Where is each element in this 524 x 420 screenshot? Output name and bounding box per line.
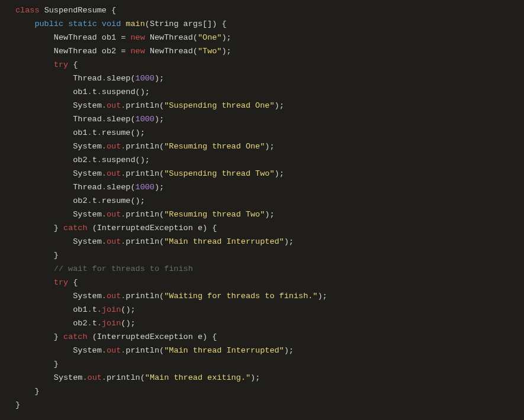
code-line-4: NewThread ob2 = new NewThread("Two"); — [15, 47, 232, 56]
code-line-20: // wait for threads to finish — [15, 264, 193, 273]
code-line-5: try { — [15, 60, 78, 69]
code-editor: class SuspendResume { public static void… — [0, 4, 524, 412]
code-line-3: NewThread ob1 = new NewThread("One"); — [15, 33, 232, 42]
code-line-11: System.out.println("Resuming thread One"… — [15, 142, 275, 151]
prop-out: out — [107, 101, 121, 110]
code-line-17: } catch (InterruptedException e) { — [15, 224, 217, 232]
code-line-30: } — [15, 400, 20, 409]
keyword-catch: catch — [63, 332, 88, 341]
code-line-14: Thread.sleep(1000); — [15, 183, 164, 192]
keyword-catch: catch — [63, 224, 88, 232]
code-line-8: System.out.println("Suspending thread On… — [15, 101, 284, 110]
keyword-static: static — [68, 20, 97, 28]
string-suspend-two: "Suspending thread Two" — [164, 169, 274, 178]
code-line-15: ob2.t.resume(); — [15, 196, 145, 205]
code-line-1: class SuspendResume { — [15, 6, 116, 15]
string-main-interrupted: "Main thread Interrupted" — [164, 237, 284, 246]
code-line-24: ob2.t.join(); — [15, 319, 136, 328]
keyword-public: public — [34, 20, 63, 28]
code-line-9: Thread.sleep(1000); — [15, 115, 164, 124]
code-line-13: System.out.println("Suspending thread Tw… — [15, 169, 284, 178]
code-line-29: } — [15, 387, 40, 396]
keyword-try: try — [54, 60, 68, 69]
code-line-6: Thread.sleep(1000); — [15, 74, 164, 83]
code-line-10: ob1.t.resume(); — [15, 128, 145, 137]
code-line-18: System.out.println("Main thread Interrup… — [15, 237, 294, 246]
code-line-23: ob1.t.join(); — [15, 305, 136, 314]
string-exiting: "Main thread exiting." — [145, 373, 250, 382]
keyword-class: class — [15, 6, 40, 15]
code-line-16: System.out.println("Resuming thread Two"… — [15, 210, 275, 219]
keyword-try: try — [54, 278, 68, 287]
class-name: SuspendResume — [44, 6, 107, 15]
code-line-28: System.out.println("Main thread exiting.… — [15, 373, 260, 382]
string-suspend-one: "Suspending thread One" — [164, 101, 274, 110]
code-line-21: try { — [15, 278, 78, 287]
code-line-25: } catch (InterruptedException e) { — [15, 332, 217, 341]
code-line-22: System.out.println("Waiting for threads … — [15, 292, 327, 301]
string-resume-two: "Resuming thread Two" — [164, 210, 265, 219]
string-resume-one: "Resuming thread One" — [164, 142, 265, 151]
code-line-19: } — [15, 251, 59, 260]
code-line-26: System.out.println("Main thread Interrup… — [15, 346, 294, 355]
number-1000: 1000 — [136, 74, 155, 83]
string-waiting: "Waiting for threads to finish." — [164, 292, 317, 301]
comment-wait: // wait for threads to finish — [54, 264, 193, 273]
method-main: main — [126, 20, 144, 28]
keyword-void: void — [102, 20, 121, 28]
string-two: "Two" — [198, 47, 222, 56]
keyword-new: new — [130, 47, 144, 56]
string-main-interrupted: "Main thread Interrupted" — [164, 346, 284, 355]
code-line-27: } — [15, 360, 59, 369]
prop-join: join — [102, 305, 121, 314]
code-line-2: public static void main(String args[]) { — [15, 20, 227, 28]
keyword-new: new — [130, 33, 144, 42]
string-one: "One" — [198, 33, 222, 42]
code-line-7: ob1.t.suspend(); — [15, 88, 150, 96]
code-line-12: ob2.t.suspend(); — [15, 156, 150, 164]
